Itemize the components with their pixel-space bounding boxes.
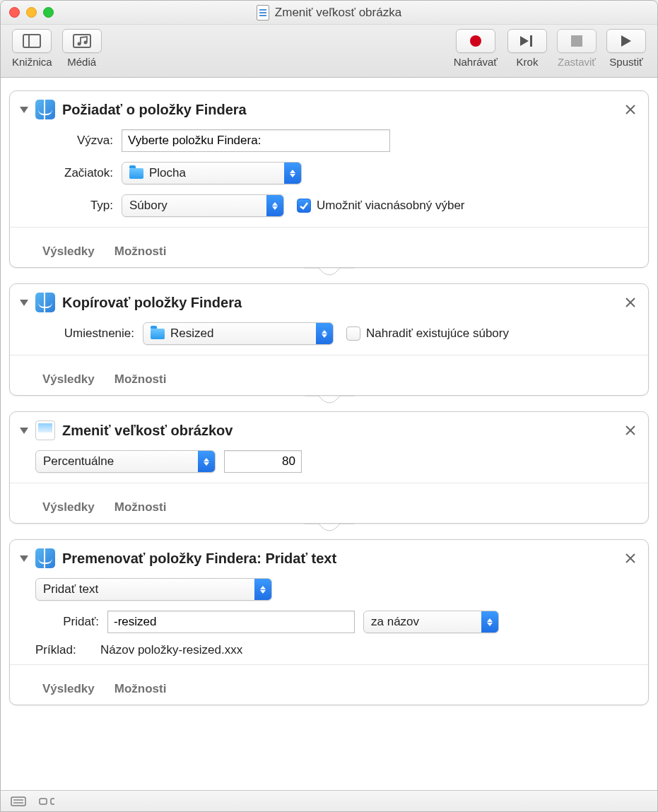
library-button[interactable] xyxy=(12,29,52,53)
window-title: Zmeniť veľkosť obrázka xyxy=(1,5,657,20)
type-value: Súbory xyxy=(129,199,168,213)
workflow-area: Požiadať o položky Findera Výzva: Začiat… xyxy=(1,78,657,790)
folder-icon xyxy=(151,329,165,339)
svg-rect-2 xyxy=(74,35,90,47)
position-value: za názov xyxy=(371,615,419,629)
statusbar xyxy=(1,790,657,811)
svg-rect-21 xyxy=(40,799,47,804)
scale-mode-popup[interactable]: Percentuálne xyxy=(35,450,216,473)
media-icon xyxy=(73,34,91,48)
window-title-text: Zmeniť veľkosť obrázka xyxy=(275,6,401,20)
svg-marker-9 xyxy=(621,35,631,47)
run-label: Spustiť xyxy=(609,56,642,68)
destination-popup[interactable]: Resized xyxy=(143,322,334,345)
start-location-value: Plocha xyxy=(149,166,186,180)
media-label: Médiá xyxy=(67,56,96,68)
popup-arrows-icon xyxy=(198,451,215,472)
position-popup[interactable]: za názov xyxy=(363,611,499,633)
document-icon xyxy=(257,5,269,20)
svg-marker-6 xyxy=(520,36,529,46)
step-icon xyxy=(519,35,536,47)
finder-icon xyxy=(35,548,55,568)
media-button[interactable] xyxy=(62,29,102,53)
preview-icon xyxy=(35,420,55,440)
list-view-icon xyxy=(11,796,26,806)
stop-icon xyxy=(571,35,582,47)
svg-point-5 xyxy=(470,35,481,47)
step-label: Krok xyxy=(517,56,539,68)
stop-label: Zastaviť xyxy=(558,56,596,68)
titlebar: Zmeniť veľkosť obrázka xyxy=(1,1,657,25)
svg-rect-18 xyxy=(11,797,25,806)
rename-mode-popup[interactable]: Pridať text xyxy=(35,578,272,601)
automator-window: Zmeniť veľkosť obrázka Knižnica Médiá xyxy=(0,0,658,812)
popup-arrows-icon xyxy=(266,195,283,216)
panel-icon xyxy=(23,34,41,48)
popup-arrows-icon xyxy=(481,611,498,632)
rename-mode-value: Pridať text xyxy=(43,582,98,596)
record-label: Nahrávať xyxy=(454,56,498,68)
folder-icon xyxy=(129,168,143,179)
workflow-view-button[interactable] xyxy=(39,796,54,807)
popup-arrows-icon xyxy=(254,579,271,600)
play-icon xyxy=(620,35,633,47)
destination-value: Resized xyxy=(170,326,213,341)
zoom-window-button[interactable] xyxy=(43,7,54,18)
library-label: Knižnica xyxy=(12,56,52,68)
svg-rect-0 xyxy=(23,35,40,47)
popup-arrows-icon xyxy=(284,163,301,184)
svg-rect-7 xyxy=(530,35,532,47)
log-view-button[interactable] xyxy=(11,796,26,807)
svg-rect-8 xyxy=(571,35,582,47)
type-popup[interactable]: Súbory xyxy=(122,194,284,217)
flow-view-icon xyxy=(39,796,54,806)
finder-icon xyxy=(35,293,55,312)
popup-arrows-icon xyxy=(316,323,333,344)
close-window-button[interactable] xyxy=(9,7,20,18)
start-location-popup[interactable]: Plocha xyxy=(122,162,302,184)
step-button[interactable] xyxy=(507,29,547,53)
traffic-lights xyxy=(9,7,54,18)
toolbar: Knižnica Médiá Nahrávať xyxy=(1,25,657,78)
minimize-window-button[interactable] xyxy=(26,7,37,18)
finder-icon xyxy=(35,100,55,119)
stop-button[interactable] xyxy=(557,29,597,53)
run-button[interactable] xyxy=(606,29,646,53)
scale-mode-value: Percentuálne xyxy=(43,454,114,469)
record-button[interactable] xyxy=(456,29,495,53)
record-icon xyxy=(469,35,482,47)
svg-rect-22 xyxy=(51,799,54,804)
